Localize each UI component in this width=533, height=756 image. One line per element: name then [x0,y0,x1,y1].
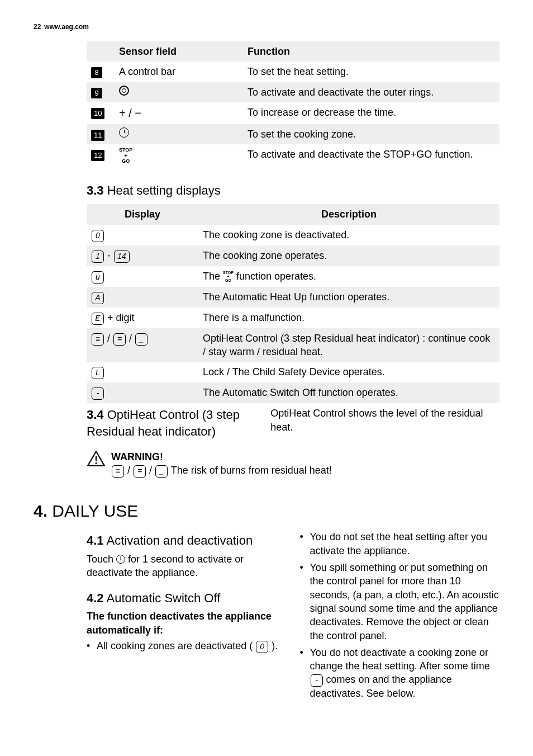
seg-display: ≡ [92,333,104,346]
section-3-4-heading: 3.4 OptiHeat Control (3 step Residual he… [87,407,257,440]
function-cell: To activate and deactivate the STOP+GO f… [243,144,499,169]
section-3-4-text: OptiHeat Control shows the level of the … [270,407,499,443]
table-row: u The STOP+GO function operates. [87,266,499,287]
row-number: 11 [91,130,104,141]
sensor-cell: A control bar [115,62,243,82]
desc-cell: The Automatic Switch Off function operat… [198,382,499,403]
seg-display: 1 [92,251,104,263]
stop-go-icon: STOP+GO [119,148,132,164]
power-icon [116,555,125,564]
desc-cell: OptiHeat Control (3 step Residual heat i… [198,328,499,362]
sensor-cell [115,124,243,144]
chapter-4-heading: 4. DAILY USE [34,500,499,523]
seg-display: 14 [114,251,130,263]
seg-display: A [92,292,104,304]
bullet-list: All cooking zones are deactivated ( 0 ). [87,639,287,653]
desc-cell: The STOP+GO function operates. [198,266,499,287]
sensor-field-table: Sensor field Function 8 A control bar To… [87,41,499,169]
desc-cell: There is a malfunction. [198,308,499,328]
col-description-header: Description [198,204,499,224]
seg-display: L [92,367,104,379]
table-row: A The Automatic Heat Up function operate… [87,287,499,308]
col-display-header: Display [87,204,198,224]
seg-display: u [92,271,104,284]
outer-ring-icon [119,86,129,96]
section-4-2-heading: 4.2 Automatic Switch Off [87,590,287,607]
bullet-list: You do not set the heat setting after yo… [300,530,500,700]
seg-display: _ [155,465,168,478]
section-3-3-heading: 3.3 Heat setting displays [87,182,499,199]
seg-display: 0 [92,230,104,242]
warning-icon [87,450,106,467]
seg-display: ≡ [112,465,124,478]
desc-cell: Lock / The Child Safety Device operates. [198,362,499,382]
desc-cell: The cooking zone operates. [198,245,499,266]
clock-icon [119,127,129,138]
sensor-cell [115,82,243,102]
page-number: 22 [34,22,41,31]
seg-display: 0 [256,641,268,653]
sensor-cell: STOP+GO [115,144,243,169]
seg-display: - [92,388,104,400]
table-row: ≡ / = / _ OptiHeat Control (3 step Resid… [87,328,499,362]
stop-go-icon: STOP+GO [223,271,234,282]
table-row: - The Automatic Switch Off function oper… [87,382,499,403]
sensor-cell: + / − [115,102,243,124]
table-row: 10 + / − To increase or decrease the tim… [87,102,499,124]
list-item: You do not set the heat setting after yo… [300,530,500,557]
table-row: 12 STOP+GO To activate and deactivate th… [87,144,499,169]
section-4-1-heading: 4.1 Activation and deactivation [87,532,287,549]
seg-display: _ [135,333,147,346]
row-number: 9 [91,88,102,99]
list-item: You do not deactivate a cooking zone or … [300,646,500,701]
warning-body: ≡ / = / _ The risk of burns from residua… [111,464,499,478]
table-row: 11 To set the cooking zone. [87,124,499,144]
section-4-2-lead: The function deactivates the appliance a… [87,609,287,637]
list-item: All cooking zones are deactivated ( 0 ). [87,639,287,653]
seg-display: = [134,465,146,478]
seg-display: E [92,313,104,325]
function-cell: To set the cooking zone. [243,124,499,144]
page-header: 22 www.aeg.com [34,22,499,31]
table-row: E + digit There is a malfunction. [87,308,499,328]
seg-display: - [311,674,323,687]
seg-display: = [113,333,126,346]
warning-block: WARNING! ≡ / = / _ The risk of burns fro… [87,450,499,478]
row-number: 8 [91,67,102,78]
col-sensor-header: Sensor field [115,41,243,62]
table-row: 1 - 14 The cooking zone operates. [87,245,499,266]
function-cell: To increase or decrease the time. [243,102,499,124]
row-number: 10 [91,108,104,119]
table-row: 0 The cooking zone is deactivated. [87,225,499,245]
function-cell: To activate and deactivate the outer rin… [243,82,499,102]
warning-title: WARNING! [111,450,499,464]
list-item: You spill something or put something on … [300,561,500,642]
section-4-1-body: Touch for 1 second to activate or deacti… [87,552,287,580]
svg-point-1 [96,462,97,464]
desc-cell: The cooking zone is deactivated. [198,225,499,245]
function-cell: To set the heat setting. [243,62,499,82]
table-row: 9 To activate and deactivate the outer r… [87,82,499,102]
table-row: L Lock / The Child Safety Device operate… [87,362,499,382]
col-function-header: Function [243,41,499,62]
row-number: 12 [91,150,104,161]
display-table: Display Description 0 The cooking zone i… [87,204,499,403]
site-url: www.aeg.com [44,22,89,31]
desc-cell: The Automatic Heat Up function operates. [198,287,499,308]
table-row: 8 A control bar To set the heat setting. [87,62,499,82]
